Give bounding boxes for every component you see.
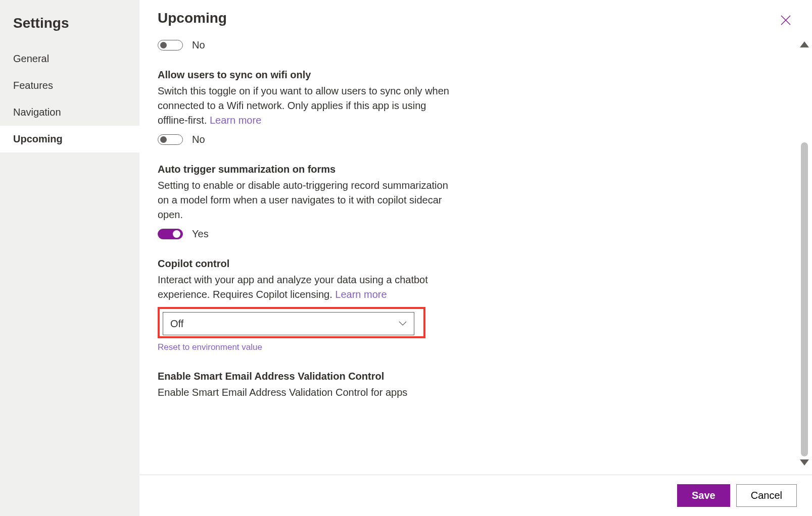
toggle-previous-label: No xyxy=(192,39,205,51)
main-column: Upcoming No Allow users to sync on xyxy=(139,0,812,516)
sidebar-item-general[interactable]: General xyxy=(0,45,139,72)
cancel-button[interactable]: Cancel xyxy=(736,484,797,507)
copilot-reset-link[interactable]: Reset to environment value xyxy=(158,342,262,352)
sidebar-item-navigation[interactable]: Navigation xyxy=(0,99,139,126)
scroll-thumb[interactable] xyxy=(801,142,808,456)
settings-content: No Allow users to sync on wifi only Swit… xyxy=(139,33,797,475)
setting-email-validation-desc: Enable Smart Email Address Validation Co… xyxy=(158,385,451,400)
copilot-dropdown-value: Off xyxy=(170,318,183,330)
toggle-auto-summarization-label: Yes xyxy=(192,228,209,240)
svg-marker-2 xyxy=(800,41,809,47)
setting-wifi-sync-desc: Switch this toggle on if you want to all… xyxy=(158,84,451,128)
header: Upcoming xyxy=(139,0,812,33)
setting-copilot-control: Copilot control Interact with your app a… xyxy=(158,258,779,352)
wifi-learn-more-link[interactable]: Learn more xyxy=(210,115,261,126)
toggle-wifi-sync[interactable] xyxy=(158,134,183,145)
setting-auto-summarization-title: Auto trigger summarization on forms xyxy=(158,164,779,175)
setting-auto-summarization: Auto trigger summarization on forms Sett… xyxy=(158,164,779,240)
setting-copilot-desc: Interact with your app and analyze your … xyxy=(158,273,451,302)
toggle-previous[interactable] xyxy=(158,40,183,50)
sidebar-title: Settings xyxy=(0,10,139,45)
triangle-down-icon xyxy=(800,459,809,466)
setting-copilot-title: Copilot control xyxy=(158,258,779,270)
setting-email-validation: Enable Smart Email Address Validation Co… xyxy=(158,371,779,400)
svg-marker-3 xyxy=(800,459,809,466)
copilot-dropdown[interactable]: Off xyxy=(163,312,414,335)
content-wrap: No Allow users to sync on wifi only Swit… xyxy=(139,33,812,475)
scrollbar[interactable] xyxy=(797,33,812,475)
scroll-down-button[interactable] xyxy=(800,458,809,468)
footer: Save Cancel xyxy=(139,475,812,516)
toggle-wifi-sync-label: No xyxy=(192,134,205,145)
sidebar-item-features[interactable]: Features xyxy=(0,72,139,99)
settings-panel: Settings General Features Navigation Upc… xyxy=(0,0,812,516)
setting-auto-summarization-desc: Setting to enable or disable auto-trigge… xyxy=(158,178,451,222)
close-button[interactable] xyxy=(778,12,794,28)
close-icon xyxy=(780,14,792,26)
page-title: Upcoming xyxy=(158,10,778,26)
settings-sidebar: Settings General Features Navigation Upc… xyxy=(0,0,139,516)
setting-email-validation-title: Enable Smart Email Address Validation Co… xyxy=(158,371,779,382)
copilot-learn-more-link[interactable]: Learn more xyxy=(335,289,387,300)
scroll-track[interactable] xyxy=(801,51,808,456)
setting-previous-toggle: No xyxy=(158,39,779,51)
save-button[interactable]: Save xyxy=(677,484,730,507)
setting-wifi-sync: Allow users to sync on wifi only Switch … xyxy=(158,69,779,145)
chevron-down-icon xyxy=(399,321,407,326)
scroll-up-button[interactable] xyxy=(800,40,809,49)
setting-wifi-sync-title: Allow users to sync on wifi only xyxy=(158,69,779,81)
triangle-up-icon xyxy=(800,41,809,47)
copilot-dropdown-highlight: Off xyxy=(158,307,425,338)
sidebar-item-upcoming[interactable]: Upcoming xyxy=(0,126,139,152)
toggle-auto-summarization[interactable] xyxy=(158,229,183,239)
